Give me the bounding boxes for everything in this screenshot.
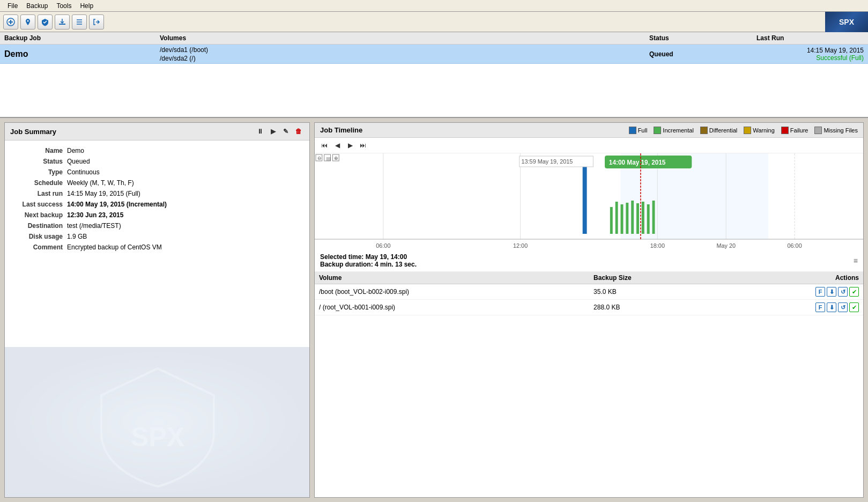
row1-size: 35.0 KB (589, 284, 718, 300)
summary-row-destination: Destination test (/media/TEST) (13, 222, 301, 230)
row1-volume: /boot (boot_VOL-b002-i009.spi) (315, 284, 589, 300)
label-lastrun: Last run (13, 190, 67, 197)
logout-button[interactable] (89, 14, 104, 29)
label-lastsuccess: Last success (13, 201, 67, 208)
shield-button[interactable] (38, 14, 53, 29)
selected-time-text: Selected time: May 19, 14:00 (320, 253, 417, 261)
col-header-status: Status (649, 34, 756, 42)
row1-action-download[interactable]: ⬇ (827, 287, 836, 297)
menu-tools[interactable]: Tools (52, 1, 76, 11)
value-diskusage: 1.9 GB (67, 233, 87, 240)
delete-button[interactable]: 🗑 (293, 126, 304, 137)
row2-volume: / (root_VOL-b001-i009.spi) (315, 300, 589, 315)
timeline-first-btn[interactable]: ⏮ (319, 140, 330, 151)
play-button[interactable]: ▶ (268, 126, 278, 137)
svg-text:06:00: 06:00 (788, 242, 802, 249)
summary-row-schedule: Schedule Weekly (M, T, W, Th, F) (13, 179, 301, 187)
legend-label-full: Full (638, 127, 648, 134)
toolbar: SPX (0, 12, 868, 32)
svg-text:||||: |||| (327, 156, 331, 161)
svg-rect-17 (583, 164, 587, 234)
add-job-button[interactable] (3, 14, 18, 29)
list-button[interactable] (72, 14, 87, 29)
label-nextbackup: Next backup (13, 211, 67, 219)
menu-file[interactable]: File (3, 1, 22, 11)
location-button[interactable] (20, 14, 35, 29)
svg-text:⊖: ⊖ (317, 156, 322, 161)
table-header-row: Volume Backup Size Actions (315, 272, 863, 284)
timeline-last-btn[interactable]: ⏭ (358, 140, 368, 151)
row2-action-verify[interactable]: ✔ (849, 302, 859, 312)
legend-label-missing: Missing Files (824, 127, 858, 134)
row1-action-restore[interactable]: ↺ (838, 287, 848, 297)
volume-2: /dev/sda2 (/) (160, 55, 649, 62)
svg-point-3 (27, 20, 29, 21)
timeline-prev-btn[interactable]: ◀ (332, 140, 343, 151)
legend-label-incremental: Incremental (663, 127, 693, 134)
svg-rect-4 (59, 24, 65, 25)
backup-table: Volume Backup Size Actions /boot (boot_V… (315, 272, 863, 315)
value-lastsuccess: 14:00 May 19, 2015 (Incremental) (67, 201, 167, 208)
lastrun-date: 14:15 May 19, 2015 (807, 47, 864, 54)
timeline-legend: Full Incremental Differential Warning Fa… (629, 127, 858, 134)
legend-full: Full (629, 127, 648, 134)
col-header-lastrun: Last Run (756, 34, 864, 42)
value-comment: Encrypted backup of CentOS VM (67, 243, 162, 251)
legend-incremental: Incremental (654, 127, 693, 134)
row1-action-verify[interactable]: ✔ (849, 287, 859, 297)
col-header-volumes: Volumes (160, 34, 649, 42)
value-type: Continuous (67, 168, 100, 176)
row1-action-browse[interactable]: F (815, 287, 825, 297)
svg-rect-23 (636, 203, 639, 234)
menu-help[interactable]: Help (76, 1, 98, 11)
timeline-next-btn[interactable]: ▶ (345, 140, 355, 151)
row2-action-download[interactable]: ⬇ (827, 302, 836, 312)
summary-row-comment: Comment Encrypted backup of CentOS VM (13, 243, 301, 251)
main-content: Job Summary ⏸ ▶ ✎ 🗑 Name Demo Status Que… (0, 118, 868, 502)
panel-header-actions: ⏸ ▶ ✎ 🗑 (255, 126, 304, 137)
legend-color-missing (814, 127, 822, 134)
menu-backup[interactable]: Backup (22, 1, 52, 11)
menubar: File Backup Tools Help (0, 0, 868, 12)
value-name: Demo (67, 147, 84, 154)
legend-label-differential: Differential (709, 127, 737, 134)
app-logo: SPX (825, 12, 868, 32)
svg-rect-26 (652, 201, 655, 234)
download-button[interactable] (55, 14, 70, 29)
timeline-info: Selected time: May 19, 14:00 Backup dura… (315, 250, 863, 272)
backup-duration-text: Backup duration: 4 min. 13 sec. (320, 261, 417, 268)
timeline-controls: ⏮ ◀ ▶ ⏭ (315, 138, 863, 153)
pause-button[interactable]: ⏸ (255, 126, 265, 137)
svg-text:May 20: May 20 (717, 242, 736, 249)
panel-background: SPX (5, 347, 309, 497)
label-name: Name (13, 147, 67, 154)
legend-missing: Missing Files (814, 127, 858, 134)
col-actions: Actions (718, 272, 863, 284)
value-lastrun: 14:15 May 19, 2015 (Full) (67, 190, 140, 197)
legend-label-failure: Failure (790, 127, 808, 134)
svg-rect-22 (631, 201, 634, 234)
summary-row-type: Type Continuous (13, 168, 301, 176)
svg-text:12:00: 12:00 (513, 242, 528, 249)
summary-row-lastsuccess: Last success 14:00 May 19, 2015 (Increme… (13, 201, 301, 208)
row2-action-browse[interactable]: F (815, 302, 825, 312)
legend-warning: Warning (744, 127, 775, 134)
scrollbar-icon[interactable]: ≡ (854, 256, 858, 265)
svg-rect-21 (626, 203, 628, 234)
edit-button[interactable]: ✎ (280, 126, 291, 137)
row1-actions: F ⬇ ↺ ✔ (718, 284, 863, 300)
svg-rect-25 (647, 204, 650, 234)
job-row-demo[interactable]: Demo /dev/sda1 (/boot) /dev/sda2 (/) Que… (0, 45, 868, 64)
timeline-chart-svg: 06:00 12:00 18:00 May 20 06:00 13:59 May… (315, 153, 863, 250)
row2-action-restore[interactable]: ↺ (838, 302, 848, 312)
label-status: Status (13, 158, 67, 165)
value-destination: test (/media/TEST) (67, 222, 121, 230)
summary-row-nextbackup: Next backup 12:30 Jun 23, 2015 (13, 211, 301, 219)
value-schedule: Weekly (M, T, W, Th, F) (67, 179, 134, 187)
label-type: Type (13, 168, 67, 176)
svg-text:14:00 May 19, 2015: 14:00 May 19, 2015 (609, 159, 666, 166)
legend-label-warning: Warning (753, 127, 775, 134)
summary-row-status: Status Queued (13, 158, 301, 165)
svg-rect-19 (615, 202, 618, 234)
job-status: Queued (649, 50, 756, 58)
